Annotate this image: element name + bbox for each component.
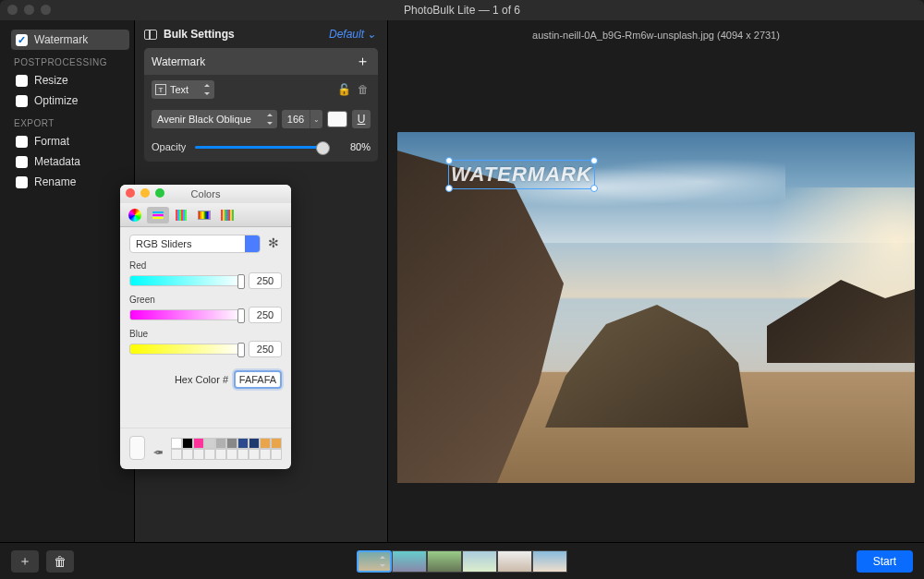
blue-label: Blue — [129, 329, 282, 339]
sidebar-category-postprocessing: POSTPROCESSING — [14, 57, 129, 67]
sidebar-item-rename[interactable]: Rename — [11, 172, 129, 192]
thumbnail[interactable] — [497, 550, 532, 573]
checkbox-icon[interactable] — [16, 34, 28, 46]
swatch[interactable] — [260, 438, 271, 449]
swatch[interactable] — [237, 438, 249, 449]
swatch[interactable] — [182, 449, 193, 460]
swatch[interactable] — [226, 449, 237, 460]
color-swatch[interactable] — [327, 111, 347, 127]
font-select[interactable]: Avenir Black Oblique — [152, 110, 277, 128]
swatch[interactable] — [193, 438, 204, 449]
settings-title: Bulk Settings — [164, 28, 235, 41]
image-palettes-tab[interactable] — [193, 207, 215, 223]
sidebar-item-watermark[interactable]: Watermark — [11, 30, 129, 50]
maximize-icon[interactable] — [155, 188, 164, 198]
checkbox-icon[interactable] — [16, 136, 28, 148]
spectrum-icon — [198, 211, 211, 220]
preset-label: Default — [329, 28, 364, 41]
file-info: austin-neill-0A_b9G-Rm6w-unsplash.jpg (4… — [532, 20, 780, 44]
preset-dropdown[interactable]: Default ⌄ — [329, 28, 376, 41]
color-wheel-tab[interactable] — [124, 207, 146, 223]
swatch[interactable] — [215, 449, 226, 460]
sidebar: Watermark POSTPROCESSING Resize Optimize… — [0, 20, 134, 542]
thumbnail[interactable] — [462, 550, 497, 573]
pencils-icon — [221, 210, 234, 221]
font-size-stepper[interactable]: ⌄ — [310, 110, 322, 128]
font-size-input[interactable]: 166 — [282, 110, 310, 128]
swatch[interactable] — [249, 449, 260, 460]
swatch[interactable] — [237, 449, 249, 460]
color-palettes-tab[interactable] — [170, 207, 192, 223]
swatch[interactable] — [204, 449, 215, 460]
slider-thumb[interactable] — [237, 308, 245, 323]
remove-image-button[interactable]: 🗑 — [46, 550, 74, 573]
sidebar-item-optimize[interactable]: Optimize — [11, 90, 129, 111]
swatch[interactable] — [215, 438, 226, 449]
sidebar-item-format[interactable]: Format — [11, 131, 129, 151]
swatch[interactable] — [193, 449, 204, 460]
opacity-slider[interactable] — [195, 146, 330, 149]
color-sliders-tab[interactable] — [147, 207, 169, 223]
slider-thumb[interactable] — [237, 343, 245, 357]
checkbox-icon[interactable] — [16, 75, 28, 87]
sidebar-label: Resize — [34, 74, 68, 87]
swatch[interactable] — [226, 438, 237, 449]
trash-icon[interactable]: 🗑 — [356, 82, 371, 97]
font-name: Avenir Black Oblique — [157, 114, 251, 125]
checkbox-icon[interactable] — [16, 95, 28, 107]
sidebar-label: Format — [34, 135, 69, 148]
swatch[interactable] — [271, 438, 282, 449]
slider-thumb[interactable] — [237, 274, 245, 289]
window-controls — [7, 5, 51, 15]
swatch[interactable] — [271, 449, 282, 460]
current-color-swatch[interactable] — [129, 436, 145, 460]
thumbnail[interactable] — [392, 550, 427, 573]
minimize-window-icon[interactable] — [24, 5, 34, 15]
panel-title: Watermark — [152, 55, 205, 68]
swatch[interactable] — [249, 438, 260, 449]
color-mode-select[interactable]: RGB Sliders — [129, 235, 261, 253]
add-image-button[interactable]: ＋ — [11, 550, 39, 573]
swatch[interactable] — [171, 438, 182, 449]
sidebar-item-metadata[interactable]: Metadata — [11, 151, 129, 172]
green-value[interactable]: 250 — [249, 307, 282, 323]
minimize-icon[interactable] — [140, 188, 150, 198]
maximize-window-icon[interactable] — [41, 5, 51, 15]
swatch[interactable] — [171, 449, 182, 460]
sidebar-item-resize[interactable]: Resize — [11, 70, 129, 90]
preview-canvas[interactable]: WATERMARK — [397, 132, 915, 483]
colors-titlebar[interactable]: Colors — [120, 185, 291, 203]
sidebar-label: Metadata — [34, 155, 80, 168]
color-wheel-icon — [128, 209, 141, 222]
eyedropper-icon[interactable]: ✒ — [152, 445, 164, 460]
layout-icon[interactable] — [144, 30, 157, 40]
red-value[interactable]: 250 — [249, 272, 282, 289]
unlock-icon[interactable]: 🔓 — [336, 82, 351, 97]
hex-input[interactable]: FAFAFA — [234, 370, 282, 389]
checkbox-icon[interactable] — [16, 176, 28, 188]
start-button[interactable]: Start — [857, 550, 913, 573]
gear-icon[interactable]: ✻ — [265, 235, 282, 251]
blue-value[interactable]: 250 — [249, 341, 282, 357]
red-slider[interactable] — [129, 275, 243, 286]
swatch[interactable] — [260, 449, 271, 460]
close-window-icon[interactable] — [7, 5, 18, 15]
checkbox-icon[interactable] — [16, 156, 28, 168]
thumbnail[interactable] — [357, 550, 392, 573]
underline-button[interactable]: U — [352, 110, 371, 128]
green-slider[interactable] — [129, 309, 243, 320]
thumbnail[interactable] — [532, 550, 567, 573]
sidebar-label: Optimize — [34, 94, 78, 107]
preview-area: austin-neill-0A_b9G-Rm6w-unsplash.jpg (4… — [388, 20, 924, 542]
swatch[interactable] — [182, 438, 193, 449]
blue-slider[interactable] — [129, 344, 243, 355]
pencils-tab[interactable] — [216, 207, 238, 223]
add-watermark-button[interactable]: ＋ — [355, 54, 371, 69]
swatch[interactable] — [204, 438, 215, 449]
close-icon[interactable] — [126, 188, 135, 198]
watermark-type-select[interactable]: T Text — [152, 80, 214, 99]
thumbnail[interactable] — [427, 550, 462, 573]
watermark-box[interactable]: WATERMARK — [448, 160, 595, 189]
sidebar-label: Watermark — [34, 33, 88, 46]
colors-panel[interactable]: Colors RGB Sliders ✻ Red 250 Green 250 B… — [120, 185, 291, 469]
